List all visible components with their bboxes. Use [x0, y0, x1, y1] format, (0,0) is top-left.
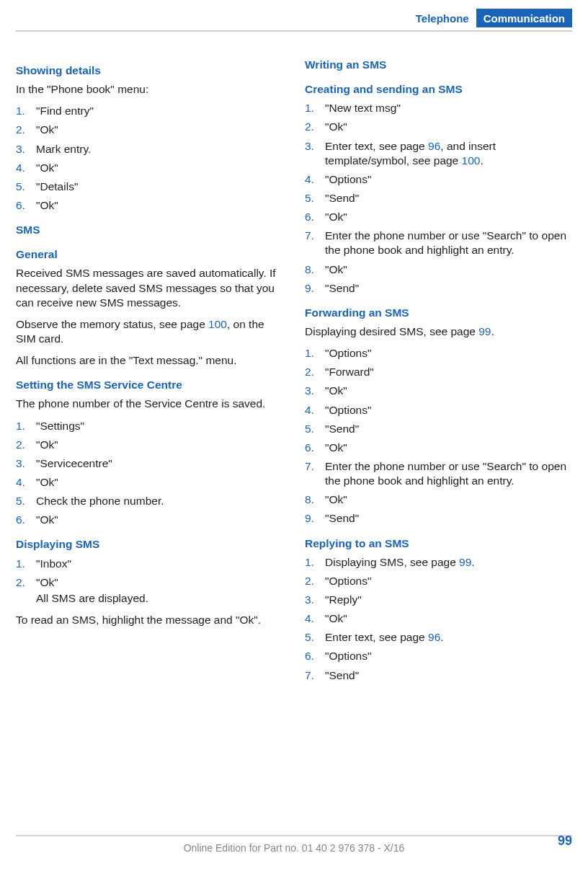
step-text: "Ok" — [36, 513, 283, 527]
step-num: 7. — [305, 459, 325, 474]
step-num: 3. — [16, 142, 36, 156]
step-text: "Send" — [325, 511, 572, 526]
step-text: "Ok" — [36, 438, 283, 452]
step-text: Enter text, see page 96. — [325, 630, 572, 645]
text: . — [480, 154, 483, 167]
step-text: Displaying SMS, see page 99. — [325, 555, 572, 570]
step-num: 5. — [305, 422, 325, 436]
step-text: "Options" — [325, 649, 572, 663]
step-text: "New text msg" — [325, 101, 572, 115]
step-num: 6. — [16, 198, 36, 213]
step-num: 5. — [16, 180, 36, 194]
step-text: "Details" — [36, 180, 283, 194]
step-num: 1. — [305, 555, 325, 570]
step-num: 3. — [305, 384, 325, 398]
left-column: Showing details In the "Phone book" menu… — [16, 53, 283, 690]
step-num: 3. — [305, 593, 325, 607]
heading-displaying-sms: Displaying SMS — [16, 537, 283, 552]
step-num: 3. — [16, 456, 36, 471]
intro-showing-details: In the "Phone book" menu: — [16, 82, 283, 97]
step-text: Check the phone number. — [36, 494, 283, 508]
step-text: "Forward" — [325, 365, 572, 379]
step-text: "Ok" — [325, 492, 572, 507]
step-num: 9. — [305, 281, 325, 296]
para-general-3: All functions are in the "Text messag." … — [16, 353, 283, 368]
heading-writing-sms: Writing an SMS — [305, 58, 572, 72]
step-text: Enter the phone number or use "Search" t… — [325, 459, 572, 488]
step-text: Enter the phone number or use "Search" t… — [325, 229, 572, 257]
footer-text: Online Edition for Part no. 01 40 2 976 … — [16, 842, 572, 854]
step-text: Enter text, see page 96, and insert temp… — [325, 139, 572, 168]
step-text: "Send" — [325, 422, 572, 436]
page-link-99[interactable]: 99 — [459, 556, 471, 568]
step-num: 3. — [305, 139, 325, 154]
heading-sms: SMS — [16, 223, 283, 237]
step-num: 2. — [305, 365, 325, 379]
step-text: "Ok" — [325, 611, 572, 626]
step-num: 5. — [305, 191, 325, 205]
step-text: "Ok" — [325, 441, 572, 455]
step-num: 9. — [305, 511, 325, 526]
step-num: 1. — [16, 557, 36, 571]
step-text: "Ok" — [36, 475, 283, 490]
step-text: "Find entry" — [36, 104, 283, 118]
step-num: 2. — [16, 575, 36, 590]
right-column: Writing an SMS Creating and sending an S… — [305, 53, 572, 690]
step-num: 8. — [305, 492, 325, 507]
header-rule — [16, 30, 572, 32]
step-text: "Send" — [325, 191, 572, 205]
page-link-100[interactable]: 100 — [208, 318, 227, 330]
step-num: 6. — [305, 441, 325, 455]
page-link-96[interactable]: 96 — [428, 631, 440, 643]
steps-service-centre: 1."Settings" 2."Ok" 3."Servicecentre" 4.… — [16, 419, 283, 528]
step-text: "Servicecentre" — [36, 456, 283, 471]
step-num: 6. — [16, 513, 36, 527]
heading-forwarding: Forwarding an SMS — [305, 306, 572, 320]
step-subtext: All SMS are displayed. — [36, 591, 283, 606]
page-link-100[interactable]: 100 — [462, 154, 481, 167]
text: . — [440, 631, 443, 643]
para-displaying-sms: To read an SMS, highlight the message an… — [16, 613, 283, 627]
step-text: "Ok" — [325, 262, 572, 277]
para-general-1: Received SMS messages are saved automati… — [16, 266, 283, 309]
step-text: "Reply" — [325, 593, 572, 607]
step-num: 2. — [16, 438, 36, 452]
text: Displaying desired SMS, see page — [305, 325, 478, 337]
step-num: 1. — [305, 101, 325, 115]
page-number: 99 — [558, 834, 572, 849]
step-text: "Options" — [325, 346, 572, 361]
content: Showing details In the "Phone book" menu… — [16, 53, 572, 690]
step-text: "Ok" — [36, 198, 283, 213]
heading-showing-details: Showing details — [16, 63, 283, 78]
step-num: 4. — [16, 475, 36, 490]
page-link-96[interactable]: 96 — [428, 140, 440, 152]
step-num: 4. — [305, 611, 325, 626]
step-num: 6. — [305, 649, 325, 663]
step-text: "Ok" — [325, 210, 572, 224]
step-text: "Ok" — [325, 384, 572, 398]
page-link-99[interactable]: 99 — [478, 325, 491, 337]
step-num: 7. — [305, 229, 325, 243]
text: Displaying SMS, see page — [325, 556, 459, 568]
heading-creating-sending: Creating and sending an SMS — [305, 82, 572, 97]
tab-telephone[interactable]: Telephone — [409, 9, 476, 27]
heading-general: General — [16, 247, 283, 262]
step-num: 2. — [16, 123, 36, 137]
step-num: 1. — [305, 346, 325, 361]
step-num: 7. — [305, 668, 325, 683]
step-text: "Send" — [325, 668, 572, 683]
text: Enter text, see page — [325, 140, 428, 152]
text: Observe the memory status, see page — [16, 318, 208, 330]
step-num: 5. — [16, 494, 36, 508]
step-num: 4. — [305, 403, 325, 417]
para-service-centre: The phone number of the Service Centre i… — [16, 397, 283, 411]
step-num: 1. — [16, 104, 36, 118]
step-text: "Inbox" — [36, 557, 283, 571]
step-text: Mark entry. — [36, 142, 283, 156]
steps-showing-details: 1."Find entry" 2."Ok" 3.Mark entry. 4."O… — [16, 104, 283, 213]
step-num: 2. — [305, 574, 325, 588]
tab-communication[interactable]: Communication — [476, 9, 572, 27]
step-text: "Settings" — [36, 419, 283, 433]
step-num: 4. — [305, 172, 325, 187]
step-num: 5. — [305, 630, 325, 645]
